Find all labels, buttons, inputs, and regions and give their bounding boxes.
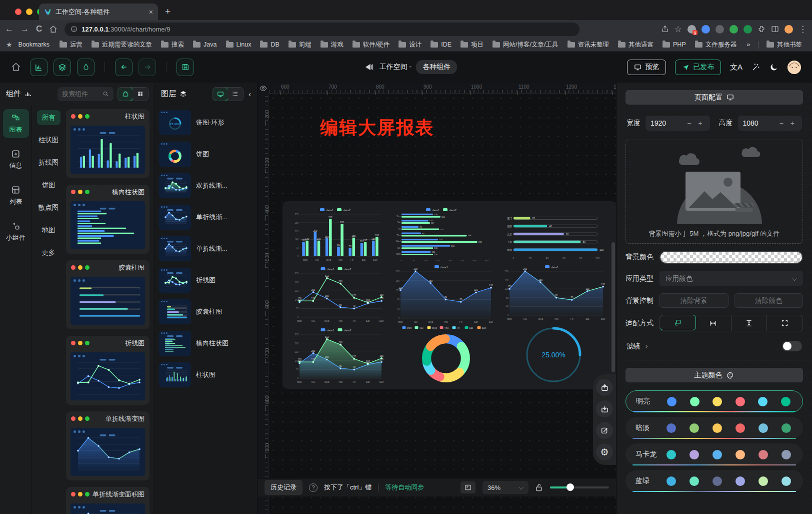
height-input[interactable]: 1080− +: [738, 116, 802, 131]
widget-progress-ring[interactable]: 25.00%: [508, 324, 598, 385]
widget-gradient-line-chart[interactable]: data1040801201602001202001508070110130Mo…: [502, 264, 606, 321]
grid-view-toggle[interactable]: [132, 88, 148, 101]
bookmark-folder[interactable]: Linux: [222, 40, 256, 49]
category-折线图[interactable]: 折线图: [34, 155, 64, 170]
component-card-折线图[interactable]: 折线图: [66, 336, 150, 405]
clear-color-button[interactable]: 清除颜色: [734, 293, 804, 308]
height-stepper[interactable]: − +: [780, 119, 797, 127]
preview-button[interactable]: 预览: [627, 60, 666, 75]
bookmark-folder[interactable]: 搜索: [157, 40, 188, 50]
width-input[interactable]: 1920− +: [646, 116, 710, 131]
layer-item[interactable]: 折线图: [159, 268, 253, 293]
bookmark-folder[interactable]: 网站/博客/文章/工具: [488, 40, 562, 50]
widget-horizontal-bar-chart[interactable]: data1data2Sun130160Sat110117Fri70155Thu8…: [392, 207, 494, 262]
vertical-scrollbar[interactable]: [612, 242, 615, 372]
layer-item[interactable]: 单折线渐...: [159, 205, 253, 230]
side-panel-icon[interactable]: [771, 25, 779, 33]
bookmark-folder[interactable]: 软件/硬件: [348, 40, 394, 50]
layer-item[interactable]: 双折线渐...: [159, 173, 253, 198]
publish-button[interactable]: 已发布: [675, 60, 721, 75]
edit-button[interactable]: [596, 422, 613, 439]
guides-visibility-eye-icon[interactable]: [258, 83, 268, 94]
extensions-puzzle-icon[interactable]: [758, 25, 766, 33]
component-search[interactable]: [58, 87, 114, 101]
undo-button[interactable]: [115, 59, 132, 76]
zoom-level-select[interactable]: 36% ⌵: [482, 481, 528, 494]
widget-capsule-chart[interactable]: 厦门20南阳40北京60上海80新疆100020406080100: [502, 210, 606, 260]
bookmarks-label[interactable]: Bookmarks: [14, 40, 54, 49]
bookmark-folder[interactable]: 运营: [56, 40, 86, 50]
theme-option-马卡龙[interactable]: 马卡龙: [626, 443, 803, 465]
save-button[interactable]: [176, 59, 194, 76]
zoom-lock-icon[interactable]: [536, 483, 543, 492]
layer-item[interactable]: 胶囊柱图: [159, 299, 253, 324]
layer-item[interactable]: 单折线渐...: [159, 236, 253, 261]
extension-icon-adblock[interactable]: [744, 25, 752, 34]
collapse-panel-chevron[interactable]: ‹: [248, 90, 251, 98]
new-tab-button[interactable]: +: [165, 7, 170, 16]
canvas-grid[interactable]: 编辑大屏报表 data1data207014021028035012020015…: [268, 94, 616, 514]
zoom-slider-knob[interactable]: [566, 483, 574, 491]
layer-list[interactable]: 25.00%饼图-环形饼图双折线渐...单折线渐...单折线渐...折线图胶囊柱…: [155, 105, 257, 514]
bookmark-folder[interactable]: 近期需要读的文章: [88, 40, 156, 50]
theme-option-暗淡[interactable]: 暗淡: [626, 417, 803, 439]
redo-button[interactable]: [138, 59, 156, 76]
fit-width-button[interactable]: [696, 315, 732, 331]
filter-toggle[interactable]: [782, 341, 802, 351]
thumbnail-view-toggle[interactable]: [212, 87, 228, 101]
layers-panel-toggle-button[interactable]: [54, 59, 71, 76]
forward-icon[interactable]: →: [20, 24, 29, 34]
component-card-横向柱状图[interactable]: 横向柱状图: [66, 185, 150, 254]
bookmark-folder[interactable]: 游戏: [316, 40, 348, 50]
fit-auto-button[interactable]: [660, 315, 696, 330]
bookmark-folder[interactable]: PHP: [658, 40, 690, 49]
import-button[interactable]: [596, 400, 613, 417]
rail-tab-信息[interactable]: A信息: [3, 145, 29, 174]
clear-background-button[interactable]: 清除背景: [660, 293, 728, 308]
rail-tab-图表[interactable]: 图表: [3, 109, 29, 138]
dashboard-preview-panel[interactable]: data1data2070140210280350120200150807011…: [282, 201, 616, 389]
window-minimize-button[interactable]: [26, 9, 32, 15]
bookmark-folder[interactable]: 项目: [456, 40, 488, 50]
bookmark-folder[interactable]: 前端: [284, 40, 316, 50]
rail-tab-列表[interactable]: 列表: [3, 181, 29, 210]
component-card-柱状图[interactable]: 柱状图: [66, 109, 150, 178]
browser-menu-icon[interactable]: ⋮: [798, 24, 807, 35]
tab-close-icon[interactable]: ×: [149, 8, 153, 16]
theme-color-header[interactable]: 主题颜色: [626, 368, 803, 382]
widget-bar-chart[interactable]: data1data2070140210280350120200150807011…: [292, 207, 382, 262]
home-icon[interactable]: [49, 25, 58, 34]
charts-panel-toggle-button[interactable]: [30, 59, 48, 76]
extension-icon-gray[interactable]: [716, 25, 724, 34]
category-地图[interactable]: 地图: [37, 223, 60, 238]
export-button[interactable]: [596, 379, 613, 396]
extension-icon-blue[interactable]: [702, 25, 710, 34]
app-home-icon[interactable]: [11, 62, 21, 72]
layer-item[interactable]: 饼图: [159, 142, 253, 167]
category-更多[interactable]: 更多: [37, 245, 60, 260]
background-upload-dropzone[interactable]: 背景图需小于 5M ，格式为 png/jpg/gif 的文件: [626, 140, 803, 244]
list-view-toggle[interactable]: [228, 88, 243, 101]
reload-icon[interactable]: C: [36, 24, 42, 34]
theme-option-明亮[interactable]: 明亮: [626, 390, 803, 412]
component-card-单折线渐变图[interactable]: 单折线渐变图: [66, 411, 150, 480]
layer-item[interactable]: 横向柱状图: [159, 331, 253, 356]
browser-tab[interactable]: 工作空间-各种组件 ×: [39, 4, 158, 20]
apply-type-select[interactable]: 应用颜色 ⌵: [660, 271, 803, 286]
fit-stretch-button[interactable]: [767, 315, 802, 331]
widget-single-line-chart[interactable]: data1040801201602001202001508070110130Mo…: [392, 264, 494, 324]
category-柱状图[interactable]: 柱状图: [34, 133, 64, 148]
zoom-slider[interactable]: [550, 486, 609, 488]
editor-canvas[interactable]: 6007008009001000110012001300 20030040050…: [258, 83, 616, 514]
bookmark-folder[interactable]: 设计: [394, 40, 426, 50]
site-info-icon[interactable]: [70, 26, 78, 33]
help-icon[interactable]: ?: [309, 483, 318, 492]
layer-item[interactable]: 25.00%饼图-环形: [159, 110, 253, 135]
bookmark-folder[interactable]: IDE: [426, 40, 456, 49]
bookmark-folder[interactable]: 资讯未整理: [564, 40, 614, 50]
component-card-胶囊柱图[interactable]: 胶囊柱图: [66, 260, 150, 329]
background-color-swatch[interactable]: [660, 251, 803, 264]
window-close-button[interactable]: [15, 9, 22, 15]
language-icon[interactable]: 文A: [730, 63, 742, 72]
chevron-right-icon[interactable]: ›: [646, 342, 648, 350]
